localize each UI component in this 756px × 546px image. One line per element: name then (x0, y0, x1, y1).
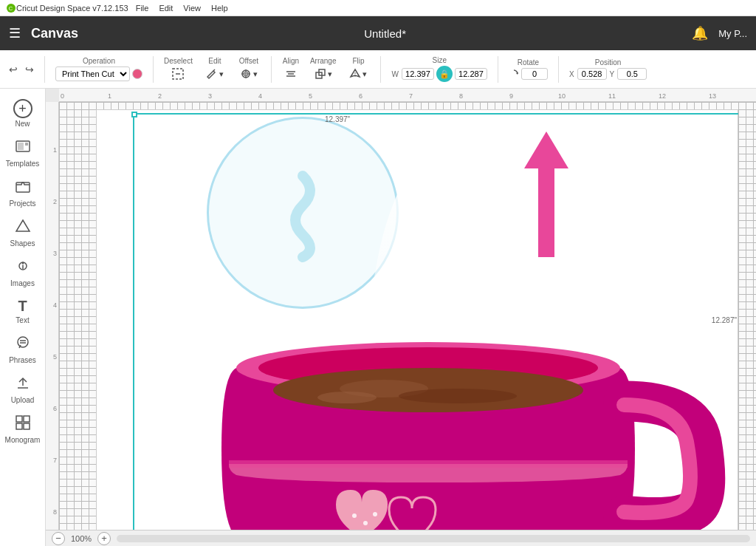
title-bar: C Cricut Design Space v7.12.153 File Edi… (0, 0, 756, 16)
rotate-label: Rotate (518, 58, 539, 66)
canvas-area[interactable]: 0 1 2 3 4 5 6 7 8 9 10 11 12 13 14 1 2 (46, 89, 756, 546)
arrange-button[interactable]: ▾ (312, 66, 335, 81)
align-icon (285, 68, 297, 80)
bottom-bar: − 100% + (46, 530, 756, 546)
size-h-input[interactable] (455, 68, 487, 80)
arrange-icon (315, 68, 326, 80)
sidebar-item-upload[interactable]: Upload (3, 370, 43, 409)
sidebar-item-new[interactable]: + New (3, 95, 43, 132)
svg-rect-20 (16, 182, 30, 192)
sidebar-item-text[interactable]: T Text (3, 293, 43, 329)
align-label: Align (283, 57, 299, 65)
hamburger-menu[interactable]: ☰ (9, 25, 21, 41)
flip-label: Flip (352, 57, 364, 65)
deselect-label: Deselect (164, 57, 193, 65)
upload-icon (15, 375, 31, 395)
operation-color-dot[interactable] (132, 69, 142, 79)
arrange-label: Arrange (310, 57, 337, 65)
size-row: W 🔒 (391, 66, 487, 82)
ruler-top: 0 1 2 3 4 5 6 7 8 9 10 11 12 13 14 (59, 89, 756, 102)
position-row: X Y (569, 68, 647, 80)
notification-bell-icon[interactable]: 🔔 (692, 25, 708, 41)
zoom-in-button[interactable]: + (97, 532, 111, 545)
height-dimension-label: 12.287" (712, 316, 737, 324)
pos-y-input[interactable] (617, 68, 647, 80)
toolbar: ↩ ↪ Operation Print Then Cut Cut Draw De… (0, 50, 756, 89)
sidebar-templates-label: Templates (6, 160, 40, 168)
horizontal-scrollbar[interactable] (117, 535, 750, 542)
svg-text:C: C (9, 5, 13, 12)
sidebar-item-images[interactable]: Images (3, 253, 43, 292)
deselect-section: Deselect (161, 57, 196, 81)
rotate-icon (509, 69, 519, 79)
header-right: 🔔 My P... (692, 25, 747, 41)
sidebar-item-templates[interactable]: Templates (3, 134, 43, 172)
operation-select[interactable]: Print Then Cut Cut Draw (55, 66, 130, 81)
zoom-out-button[interactable]: − (52, 532, 65, 545)
svg-point-41 (352, 513, 357, 518)
rotate-row (509, 68, 548, 80)
position-section: Position X Y (566, 58, 650, 80)
sidebar-upload-label: Upload (11, 396, 35, 404)
rotate-input[interactable] (521, 68, 548, 80)
undo-button[interactable]: ↩ (6, 62, 21, 77)
sidebar-images-label: Images (10, 279, 35, 287)
lock-aspect-button[interactable]: 🔒 (436, 66, 453, 82)
pos-x-prefix: X (569, 70, 574, 78)
svg-point-39 (399, 389, 517, 403)
offset-dropdown-arrow: ▾ (253, 69, 258, 79)
ruler-left: 1 2 3 4 5 6 7 8 (46, 102, 59, 530)
profile-button[interactable]: My P... (718, 28, 747, 39)
size-label: Size (432, 56, 446, 64)
canvas-content[interactable]: 12.397" 12.287" (59, 102, 756, 530)
sidebar-shapes-label: Shapes (10, 239, 35, 248)
zoom-level: 100% (71, 534, 92, 543)
flip-button[interactable]: ▾ (346, 66, 370, 81)
projects-icon (15, 178, 31, 198)
svg-point-42 (363, 521, 368, 525)
redo-button[interactable]: ↪ (22, 62, 37, 77)
sidebar-new-label: New (15, 120, 30, 128)
menu-file[interactable]: File (136, 4, 149, 13)
size-w-input[interactable] (402, 68, 434, 80)
size-section: Size W 🔒 (388, 56, 489, 82)
operation-row: Print Then Cut Cut Draw (55, 66, 142, 81)
images-icon (15, 258, 31, 278)
edit-button[interactable]: ▾ (203, 66, 227, 81)
edit-icon (206, 68, 218, 80)
sidebar-item-phrases[interactable]: Phrases (3, 330, 43, 369)
menu-edit[interactable]: Edit (159, 4, 173, 13)
deselect-button[interactable] (169, 66, 187, 81)
phrases-icon (15, 335, 31, 355)
edit-label: Edit (208, 57, 221, 65)
menu-view[interactable]: View (183, 4, 201, 13)
offset-icon (240, 68, 252, 80)
sidebar-item-projects[interactable]: Projects (3, 174, 43, 212)
offset-label: Offset (239, 57, 259, 65)
monogram-icon (15, 414, 31, 434)
app-name: Cricut Design Space v7.12.153 (16, 4, 128, 13)
sidebar-item-monogram[interactable]: Monogram (3, 410, 43, 448)
flip-section: Flip ▾ (343, 57, 373, 81)
sidebar-item-shapes[interactable]: Shapes (3, 214, 43, 252)
menu-bar: File Edit View Help (136, 4, 228, 13)
svg-point-43 (373, 512, 377, 516)
edit-dropdown-arrow: ▾ (219, 69, 224, 79)
offset-button[interactable]: ▾ (237, 66, 261, 81)
operation-section: Operation Print Then Cut Cut Draw (52, 57, 145, 81)
operation-label: Operation (83, 57, 115, 65)
size-w-prefix: W (391, 70, 398, 78)
svg-rect-19 (25, 143, 28, 146)
svg-rect-32 (16, 423, 22, 429)
rotate-section: Rotate (506, 58, 551, 80)
sidebar-phrases-label: Phrases (9, 356, 36, 364)
offset-section: Offset ▾ (234, 57, 264, 81)
menu-help[interactable]: Help (211, 4, 228, 13)
undo-redo-group: ↩ ↪ (6, 62, 37, 77)
pos-x-input[interactable] (577, 68, 607, 80)
selection-handle-tl[interactable] (131, 112, 137, 117)
edit-section: Edit ▾ (200, 57, 230, 81)
document-title: Untitled* (78, 27, 692, 40)
app-header: ☰ Canvas Untitled* 🔔 My P... (0, 16, 756, 50)
align-button[interactable] (282, 66, 300, 81)
